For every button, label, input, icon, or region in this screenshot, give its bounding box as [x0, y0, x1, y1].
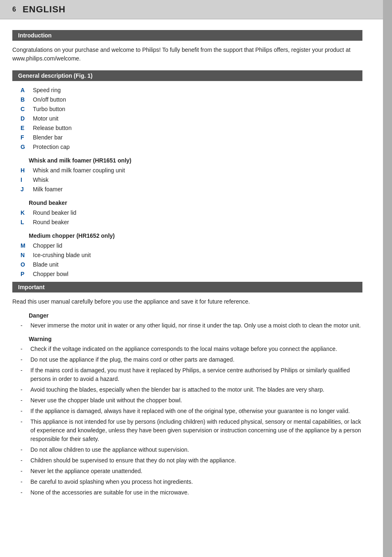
part-letter-f: F: [21, 133, 30, 142]
round-beaker-subsection-title: Round beaker: [29, 200, 362, 206]
part-desc-o: Blade unit: [33, 260, 58, 269]
part-desc-g: Protection cap: [33, 143, 70, 151]
dash-icon: -: [21, 385, 28, 394]
intro-text: Congratulations on your purchase and wel…: [12, 46, 362, 63]
part-desc-e: Release button: [33, 124, 71, 132]
list-item: O Blade unit: [12, 260, 362, 269]
part-desc-l: Round beaker: [33, 218, 69, 227]
list-item: C Turbo button: [12, 105, 362, 114]
whisk-subsection-title: Whisk and milk foamer (HR1651 only): [29, 157, 362, 164]
list-item: - If the mains cord is damaged, you must…: [21, 366, 362, 383]
list-item: F Blender bar: [12, 133, 362, 142]
part-desc-k: Round beaker lid: [33, 209, 76, 217]
medium-chopper-subsection-title: Medium chopper (HR1652 only): [29, 232, 362, 239]
part-desc-i: Whisk: [33, 176, 48, 184]
danger-title: Danger: [29, 312, 362, 319]
list-item: - Do not allow children to use the appli…: [21, 446, 362, 454]
part-letter-e: E: [21, 124, 30, 132]
list-item: - Never let the appliance operate unatte…: [21, 467, 362, 476]
list-item: L Round beaker: [12, 218, 362, 227]
part-desc-m: Chopper lid: [33, 241, 62, 250]
right-accent-bar: [383, 0, 392, 557]
dash-icon: -: [21, 446, 28, 454]
part-desc-a: Speed ring: [33, 86, 61, 95]
part-desc-n: Ice-crushing blade unit: [33, 251, 91, 260]
part-desc-f: Blender bar: [33, 133, 62, 142]
dash-icon: -: [21, 396, 28, 405]
list-item: - Be careful to avoid splashing when you…: [21, 478, 362, 486]
list-item: - This appliance is not intended for use…: [21, 418, 362, 443]
intro-section-header: Introduction: [12, 30, 362, 41]
list-item: - Children should be supervised to ensur…: [21, 456, 362, 465]
part-letter-a: A: [21, 86, 30, 95]
part-letter-b: B: [21, 95, 30, 104]
list-item: - Avoid touching the blades, especially …: [21, 385, 362, 394]
general-desc-section-header: General description (Fig. 1): [12, 70, 362, 81]
list-item: - Never use the chopper blade unit witho…: [21, 396, 362, 405]
part-letter-n: N: [21, 251, 30, 260]
list-item: E Release button: [12, 124, 362, 132]
list-item: - None of the accessories are suitable f…: [21, 488, 362, 497]
part-letter-p: P: [21, 270, 30, 278]
warning-item-10: Be careful to avoid splashing when you p…: [30, 478, 362, 486]
part-letter-k: K: [21, 209, 30, 217]
round-beaker-parts-list: K Round beaker lid L Round beaker: [12, 209, 362, 227]
part-desc-j: Milk foamer: [33, 185, 62, 194]
part-letter-g: G: [21, 143, 30, 151]
warning-item-0: Check if the voltage indicated on the ap…: [30, 345, 362, 353]
page-number: 6: [12, 6, 16, 13]
list-item: - Never immerse the motor unit in water …: [21, 321, 362, 330]
warning-item-3: Avoid touching the blades, especially wh…: [30, 385, 362, 394]
dash-icon: -: [21, 467, 28, 476]
warning-item-5: If the appliance is damaged, always have…: [30, 407, 362, 415]
warning-item-4: Never use the chopper blade unit without…: [30, 396, 362, 405]
part-letter-o: O: [21, 260, 30, 269]
content-area: Introduction Congratulations on your pur…: [0, 19, 383, 512]
list-item: B On/off button: [12, 95, 362, 104]
dash-icon: -: [21, 456, 28, 465]
dash-icon: -: [21, 478, 28, 486]
page: 6 ENGLISH Introduction Congratulations o…: [0, 0, 392, 557]
dash-icon: -: [21, 355, 28, 364]
whisk-parts-list: H Whisk and milk foamer coupling unit I …: [12, 166, 362, 194]
list-item: P Chopper bowl: [12, 270, 362, 278]
language-title: ENGLISH: [23, 4, 66, 15]
medium-chopper-parts-list: M Chopper lid N Ice-crushing blade unit …: [12, 241, 362, 278]
warning-item-1: Do not use the appliance if the plug, th…: [30, 355, 362, 364]
list-item: - If the appliance is damaged, always ha…: [21, 407, 362, 415]
list-item: I Whisk: [12, 176, 362, 184]
part-letter-j: J: [21, 185, 30, 194]
list-item: G Protection cap: [12, 143, 362, 151]
dash-icon: -: [21, 345, 28, 353]
warning-item-8: Children should be supervised to ensure …: [30, 456, 362, 465]
part-desc-d: Motor unit: [33, 114, 58, 123]
dash-icon: -: [21, 366, 28, 375]
part-desc-h: Whisk and milk foamer coupling unit: [33, 166, 125, 175]
warning-item-9: Never let the appliance operate unattend…: [30, 467, 362, 476]
part-letter-c: C: [21, 105, 30, 114]
part-letter-l: L: [21, 218, 30, 227]
important-intro-text: Read this user manual carefully before y…: [12, 297, 362, 306]
list-item: D Motor unit: [12, 114, 362, 123]
warning-item-6: This appliance is not intended for use b…: [30, 418, 362, 443]
danger-item-0: Never immerse the motor unit in water or…: [30, 321, 362, 330]
warning-item-11: None of the accessories are suitable for…: [30, 488, 362, 497]
warning-item-2: If the mains cord is damaged, you must h…: [30, 366, 362, 383]
list-item: J Milk foamer: [12, 185, 362, 194]
list-item: - Do not use the appliance if the plug, …: [21, 355, 362, 364]
header-bar: 6 ENGLISH: [0, 0, 392, 19]
warning-title: Warning: [29, 336, 362, 342]
warning-item-7: Do not allow children to use the applian…: [30, 446, 362, 454]
danger-list: - Never immerse the motor unit in water …: [12, 321, 362, 330]
main-parts-list: A Speed ring B On/off button C Turbo but…: [12, 86, 362, 151]
warning-list: - Check if the voltage indicated on the …: [12, 345, 362, 497]
list-item: N Ice-crushing blade unit: [12, 251, 362, 260]
dash-icon: -: [21, 488, 28, 497]
part-letter-m: M: [21, 241, 30, 250]
part-letter-d: D: [21, 114, 30, 123]
list-item: - Check if the voltage indicated on the …: [21, 345, 362, 353]
part-letter-h: H: [21, 166, 30, 175]
list-item: M Chopper lid: [12, 241, 362, 250]
list-item: H Whisk and milk foamer coupling unit: [12, 166, 362, 175]
list-item: A Speed ring: [12, 86, 362, 95]
